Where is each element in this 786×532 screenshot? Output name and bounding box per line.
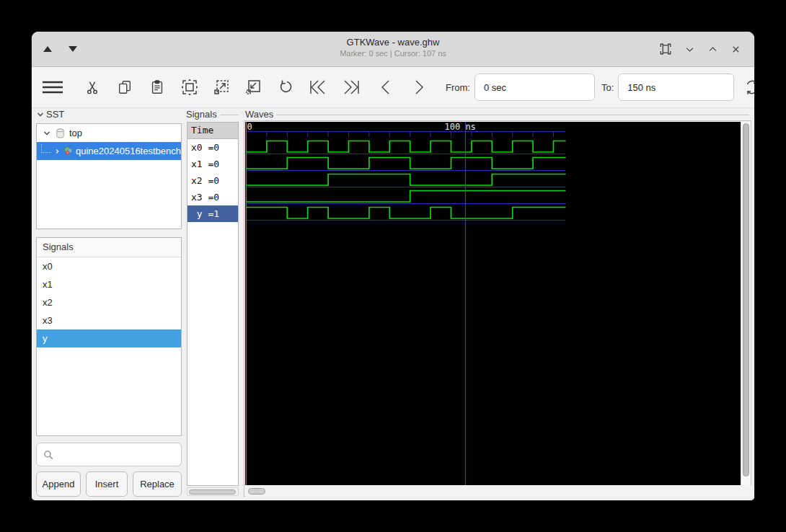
tree-item-testbench[interactable]: quine20240516testbench	[37, 142, 181, 160]
wave-name-rows: x0 =0x1 =0x2 =0x3 =0 y =1	[187, 139, 238, 222]
toolbar: From: To:	[32, 67, 754, 108]
fit-frame-icon[interactable]	[659, 43, 672, 56]
scrollbar-thumb[interactable]	[743, 123, 749, 476]
to-input[interactable]	[618, 74, 734, 101]
wave-name-row-x2[interactable]: x2 =0	[187, 172, 238, 189]
scrollbar-thumb[interactable]	[189, 489, 236, 495]
waves-vscrollbar[interactable]	[741, 122, 751, 485]
signal-list-item-x2[interactable]: x2	[37, 293, 181, 311]
signal-list-header: Signals	[37, 238, 181, 257]
timeline-label-0: 0	[247, 122, 252, 132]
wave-names-hscrollbar[interactable]	[187, 487, 239, 496]
sst-header[interactable]: SST	[36, 109, 64, 120]
time-header: Time	[187, 123, 238, 139]
paste-icon[interactable]	[149, 79, 166, 96]
chevron-right-icon	[54, 147, 61, 156]
wave-names-panel: Time x0 =0x1 =0x2 =0x3 =0 y =1	[187, 122, 239, 486]
wave-name-row-y[interactable]: y =1	[187, 205, 238, 222]
close-icon[interactable]	[730, 44, 741, 55]
signal-list-item-x3[interactable]: x3	[37, 311, 181, 329]
zoom-fit-icon[interactable]	[181, 79, 198, 96]
append-button[interactable]: Append	[36, 471, 81, 497]
window-title: GTKWave - wave.ghw	[32, 36, 754, 48]
waves-hscrollbar[interactable]	[245, 486, 751, 497]
hierarchy-icon	[55, 128, 66, 139]
titlebar[interactable]: GTKWave - wave.ghw Marker: 0 sec | Curso…	[32, 32, 754, 67]
to-label: To:	[601, 82, 614, 93]
chevron-down-icon	[36, 110, 45, 119]
frame-line	[220, 115, 239, 115]
cut-icon[interactable]	[84, 79, 101, 96]
wave-name-row-x0[interactable]: x0 =0	[187, 139, 238, 156]
signal-list-rows: x0x1x2x3y	[37, 257, 181, 347]
minimize-icon[interactable]	[684, 44, 695, 55]
tree-item-label: top	[69, 128, 82, 138]
component-icon	[63, 145, 73, 157]
waves-frame-label: Waves	[245, 109, 273, 120]
maximize-icon[interactable]	[707, 44, 718, 55]
zoom-undo-icon[interactable]	[276, 79, 293, 96]
sst-label: SST	[46, 109, 64, 120]
chevron-down-icon	[43, 129, 51, 138]
tree-item-label: quine20240516testbench	[76, 146, 181, 156]
gtkwave-window: GTKWave - wave.ghw Marker: 0 sec | Curso…	[32, 32, 754, 500]
wave-name-row-x1[interactable]: x1 =0	[187, 156, 238, 172]
signals-frame-legend: Signals	[186, 109, 239, 120]
waves-frame-legend: Waves	[245, 109, 749, 120]
tree-connector	[41, 144, 51, 153]
insert-button[interactable]: Insert	[86, 471, 128, 497]
wave-canvas[interactable]: 0100 ns	[245, 122, 741, 485]
marker-cursor-status: Marker: 0 sec | Cursor: 107 ns	[32, 48, 754, 59]
waves-panel: 0100 ns	[244, 120, 751, 497]
replace-button[interactable]: Replace	[133, 471, 182, 497]
tree-item-top[interactable]: top	[37, 124, 181, 142]
skip-to-end-icon[interactable]	[341, 79, 361, 96]
from-label: From:	[446, 82, 470, 93]
wave-background	[245, 122, 741, 485]
frame-line	[276, 115, 749, 115]
zoom-out-icon[interactable]	[244, 79, 262, 96]
signal-list-item-x0[interactable]: x0	[37, 257, 181, 275]
timeline-label-100ns: 100 ns	[445, 122, 476, 132]
search-icon	[43, 449, 54, 461]
skip-to-start-icon[interactable]	[308, 79, 328, 96]
signal-list-item-x1[interactable]: x1	[37, 275, 181, 293]
next-edge-icon[interactable]	[410, 79, 428, 96]
main-area: SST top quine20240516testbench Signals x…	[32, 108, 754, 500]
from-input[interactable]	[474, 74, 595, 101]
prev-edge-icon[interactable]	[377, 79, 394, 96]
sst-tree: top quine20240516testbench	[36, 123, 182, 229]
reload-icon[interactable]	[743, 79, 754, 96]
menu-icon[interactable]	[42, 79, 63, 96]
copy-icon[interactable]	[116, 79, 133, 96]
search-box[interactable]	[36, 443, 182, 466]
wave-name-row-x3[interactable]: x3 =0	[187, 189, 238, 205]
search-input[interactable]	[58, 448, 175, 461]
signal-facilities-panel: Signals x0x1x2x3y	[36, 237, 182, 436]
signal-list-item-y[interactable]: y	[37, 329, 181, 347]
scrollbar-thumb[interactable]	[248, 488, 265, 495]
signals-frame-label: Signals	[186, 109, 217, 120]
zoom-in-icon[interactable]	[213, 79, 230, 96]
